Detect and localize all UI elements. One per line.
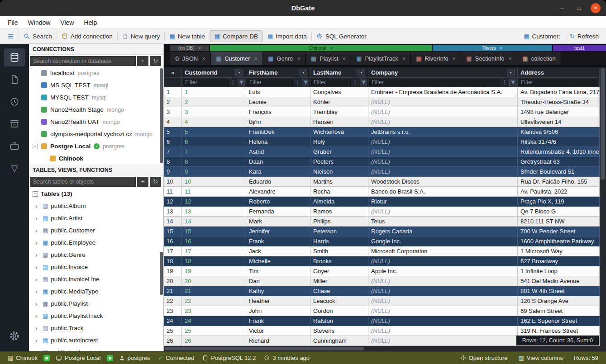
row-number-cell[interactable]: 7 bbox=[164, 147, 182, 157]
filter-funnel-button[interactable] bbox=[509, 79, 516, 86]
cell-address[interactable]: 1 Microsoft Way bbox=[518, 246, 600, 256]
row-number-cell[interactable]: 18 bbox=[164, 256, 182, 266]
tab-group[interactable]: (no DB) × bbox=[170, 45, 209, 51]
cell-address[interactable]: 801 W 4th Street bbox=[518, 286, 600, 296]
tab-group[interactable]: test1 bbox=[553, 45, 606, 51]
cell-customerid[interactable]: 7 bbox=[182, 147, 246, 157]
table-row[interactable]: 6 6 Helena Holý (NULL) Rilská 3174/6 bbox=[164, 137, 600, 147]
cell-lastname[interactable]: Brooks bbox=[310, 256, 368, 266]
chevron-right-icon[interactable]: › bbox=[35, 300, 40, 307]
close-icon[interactable]: × bbox=[500, 45, 502, 51]
filter-input[interactable] bbox=[183, 79, 229, 86]
table-row[interactable]: 10 10 Eduardo Martins Woodstock Discos R… bbox=[164, 177, 600, 187]
chevron-right-icon[interactable]: › bbox=[35, 203, 40, 210]
row-number-cell[interactable]: 8 bbox=[164, 157, 182, 167]
cell-firstname[interactable]: Frank bbox=[246, 316, 310, 326]
dots-menu-icon[interactable]: ⋮ bbox=[294, 79, 301, 85]
menu-button[interactable] bbox=[3, 30, 19, 42]
cell-company[interactable]: Rogers Canada bbox=[368, 227, 518, 236]
cell-lastname[interactable]: Gonçalves bbox=[310, 87, 368, 97]
table-row[interactable]: 4 4 Bjřrn Hansen (NULL) Ullevĺlsveien 14 bbox=[164, 117, 600, 127]
connection-item[interactable]: − MYSQL TEST mysql bbox=[29, 91, 163, 104]
row-number-cell[interactable]: 26 bbox=[164, 336, 182, 346]
row-number-cell[interactable]: 4 bbox=[164, 117, 182, 127]
cell-lastname[interactable]: Gordon bbox=[310, 306, 368, 316]
table-row[interactable]: 19 19 Tim Goyer Apple Inc. 1 Infinite Lo… bbox=[164, 266, 600, 276]
add-connection-small-button[interactable]: + bbox=[137, 56, 148, 66]
row-number-cell[interactable]: 9 bbox=[164, 167, 182, 177]
close-icon[interactable]: × bbox=[343, 55, 346, 62]
connection-item[interactable]: − localhost postgres bbox=[29, 67, 163, 79]
cell-address[interactable]: Praça Pio X, 119 bbox=[518, 197, 600, 207]
cell-firstname[interactable]: Heather bbox=[246, 296, 310, 306]
row-number-cell[interactable]: 25 bbox=[164, 326, 182, 336]
cell-customerid[interactable]: 20 bbox=[182, 276, 246, 286]
cell-company[interactable]: (NULL) bbox=[368, 256, 518, 266]
cell-lastname[interactable]: Goyer bbox=[310, 266, 368, 276]
cell-customerid[interactable]: 18 bbox=[182, 256, 246, 266]
collapse-icon[interactable]: − bbox=[33, 191, 38, 197]
filter-input[interactable] bbox=[311, 79, 351, 86]
close-icon[interactable]: × bbox=[202, 55, 205, 62]
cell-company[interactable]: JetBrains s.r.o. bbox=[368, 127, 518, 137]
table-row[interactable]: 7 7 Astrid Gruber (NULL) Rotenturmstraße… bbox=[164, 147, 600, 157]
connection-item[interactable]: − Nano2Health UAT mongo bbox=[29, 116, 163, 128]
chevron-right-icon[interactable]: › bbox=[35, 239, 40, 246]
cell-company[interactable]: Google Inc. bbox=[368, 236, 518, 246]
cell-address[interactable]: 120 S Orange Ave bbox=[518, 296, 600, 306]
cell-lastname[interactable]: Tremblay bbox=[310, 107, 368, 117]
cell-customerid[interactable]: 5 bbox=[182, 127, 246, 137]
cell-company[interactable]: Embraer - Empresa Brasileira de Aeronáut… bbox=[368, 87, 518, 97]
tab[interactable]: ▦ Customer × bbox=[211, 52, 263, 65]
cell-company[interactable]: Woodstock Discos bbox=[368, 177, 518, 187]
sql-generator-button[interactable]: SQL Generator bbox=[312, 30, 371, 42]
chevron-right-icon[interactable]: › bbox=[35, 288, 40, 295]
table-row[interactable]: 3 3 François Tremblay (NULL) 1498 rue Bé… bbox=[164, 107, 600, 117]
cell-customerid[interactable]: 3 bbox=[182, 107, 246, 117]
cell-lastname[interactable]: Smith bbox=[310, 246, 368, 256]
row-number-cell[interactable]: 21 bbox=[164, 286, 182, 296]
cell-company[interactable]: (NULL) bbox=[368, 316, 518, 326]
tab[interactable]: ▦ PlaylistTrack × bbox=[351, 52, 411, 65]
chevron-right-icon[interactable]: › bbox=[35, 215, 40, 222]
table-row[interactable]: 22 22 Heather Leacock (NULL) 120 S Orang… bbox=[164, 296, 600, 306]
row-number-cell[interactable]: 24 bbox=[164, 316, 182, 326]
dots-menu-icon[interactable]: ⋮ bbox=[229, 79, 237, 85]
cell-company[interactable]: Telus bbox=[368, 217, 518, 227]
row-number-cell[interactable]: 20 bbox=[164, 276, 182, 286]
column-dropdown-button[interactable]: ▾ bbox=[235, 69, 243, 76]
cell-firstname[interactable]: François bbox=[246, 107, 310, 117]
panel-scrollbar-thumb[interactable] bbox=[160, 252, 163, 295]
cell-lastname[interactable]: Holý bbox=[310, 137, 368, 147]
close-icon[interactable]: × bbox=[453, 55, 456, 62]
cell-customerid[interactable]: 2 bbox=[182, 97, 246, 107]
status-last-refresh[interactable]: 3 minutes ago bbox=[260, 355, 314, 361]
database-item-chinook[interactable]: Chinook bbox=[29, 152, 163, 165]
add-connection-button[interactable]: Add connection bbox=[57, 30, 117, 42]
cell-firstname[interactable]: Leonie bbox=[246, 97, 310, 107]
column-dropdown-button[interactable]: ▾ bbox=[358, 69, 365, 76]
status-database[interactable]: ▦ Chinook bbox=[4, 355, 42, 361]
tab[interactable]: {} JSON × bbox=[170, 52, 211, 65]
sidebar-table-item[interactable]: › ▦ public.autoinctest bbox=[29, 334, 163, 346]
scrollbar-thumb[interactable] bbox=[165, 347, 364, 350]
row-number-cell[interactable]: 2 bbox=[164, 97, 182, 107]
row-number-cell[interactable]: 17 bbox=[164, 246, 182, 256]
table-row[interactable]: 13 13 Fernanda Ramos (NULL) Qe 7 Bloco G bbox=[164, 207, 600, 217]
close-icon[interactable]: × bbox=[254, 55, 258, 62]
close-icon[interactable]: × bbox=[198, 45, 201, 51]
cell-firstname[interactable]: Fernanda bbox=[246, 207, 310, 217]
tab[interactable]: ▦ Playlist × bbox=[306, 52, 351, 65]
connections-search-input[interactable] bbox=[30, 56, 136, 66]
dots-menu-icon[interactable]: ⋮ bbox=[501, 79, 508, 85]
connection-item[interactable]: − Postgre Local ✓ postgres bbox=[29, 140, 163, 152]
cell-address[interactable]: 8210 111 ST NW bbox=[518, 217, 600, 227]
cell-lastname[interactable]: Köhler bbox=[310, 97, 368, 107]
compare-db-button[interactable]: ▦ Compare DB bbox=[210, 30, 262, 42]
rail-history-button[interactable] bbox=[4, 93, 25, 111]
status-user[interactable]: postgres bbox=[115, 355, 154, 361]
cell-lastname[interactable]: Cunningham bbox=[310, 336, 368, 346]
cell-lastname[interactable]: Miller bbox=[310, 276, 368, 286]
row-number-cell[interactable]: 1 bbox=[164, 87, 182, 97]
cell-lastname[interactable]: Ralston bbox=[310, 316, 368, 326]
